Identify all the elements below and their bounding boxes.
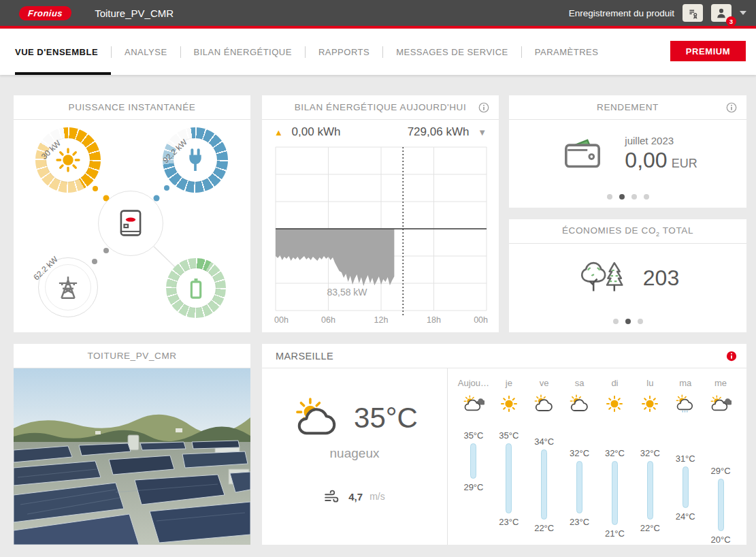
card-title-yield: RENDEMENT bbox=[509, 95, 746, 120]
tab-analyse[interactable]: ANALYSE bbox=[112, 29, 180, 75]
forecast-temp-bar bbox=[718, 479, 724, 531]
forecast-day-ma: ma31°C24°C bbox=[668, 368, 703, 545]
forecast-low: 29°C bbox=[456, 482, 491, 492]
pager-dot[interactable] bbox=[619, 194, 625, 200]
inverter-icon bbox=[113, 206, 148, 241]
forecast-temps: 32°C21°C bbox=[597, 424, 633, 545]
co2-value: 203 bbox=[643, 266, 679, 291]
pager-dot[interactable] bbox=[625, 319, 631, 324]
wind-icon bbox=[324, 490, 342, 503]
svg-text:18h: 18h bbox=[427, 315, 441, 325]
tab-bilan-nerg-tique[interactable]: BILAN ÉNERGÉTIQUE bbox=[181, 29, 305, 75]
forecast-low: 20°C bbox=[703, 535, 738, 545]
weather-location: MARSEILLE bbox=[276, 351, 333, 362]
forecast-day-aujou: Aujou…35°C29°C bbox=[456, 368, 491, 545]
tab-messages-de-service[interactable]: MESSAGES DE SERVICE bbox=[383, 29, 521, 75]
svg-text:00h: 00h bbox=[274, 315, 289, 325]
forecast-day-label: Aujou… bbox=[456, 378, 491, 388]
topbar: Fronius Toiture_PV_CMR Enregistrement du… bbox=[0, 0, 756, 26]
forecast-temp-bar bbox=[647, 461, 653, 520]
pager-dot[interactable] bbox=[644, 194, 649, 200]
forecast-high: 32°C bbox=[597, 448, 633, 458]
person-icon bbox=[714, 6, 728, 20]
current-condition: nuageux bbox=[330, 446, 380, 461]
fronius-logo[interactable]: Fronius bbox=[18, 6, 72, 20]
consumed-value: 729,06 kWh bbox=[408, 125, 470, 138]
produced-value: 0,00 kWh bbox=[292, 125, 341, 138]
forecast-low: 24°C bbox=[668, 511, 703, 522]
forecast-day-lu: lu32°C22°C bbox=[632, 368, 668, 545]
product-registration-icon[interactable] bbox=[683, 4, 703, 22]
forecast-low: 21°C bbox=[597, 528, 633, 539]
topbar-actions: Enregistrement du produit 3 bbox=[569, 4, 746, 22]
info-icon[interactable] bbox=[478, 101, 490, 114]
card-site-photo: TOITURE_PV_CMR bbox=[14, 344, 250, 545]
forecast-temp-bar bbox=[470, 443, 476, 479]
forecast-weather-icon bbox=[456, 394, 491, 413]
account-dropdown-caret[interactable] bbox=[740, 11, 746, 15]
tab-param-tres[interactable]: PARAMÈTRES bbox=[522, 29, 612, 75]
notification-badge[interactable]: 3 bbox=[726, 16, 736, 27]
forecast-temp-bar bbox=[683, 466, 689, 507]
weather-alert-icon[interactable] bbox=[725, 350, 738, 362]
production-triangle-icon: ▲ bbox=[274, 127, 283, 138]
forecast-day-label: je bbox=[491, 378, 527, 388]
forecast-low: 22°C bbox=[632, 523, 668, 533]
card-co2-savings: ÉCONOMIES DE CO2 TOTAL 203 bbox=[509, 219, 746, 332]
main-nav: VUE D'ENSEMBLEANALYSEBILAN ÉNERGÉTIQUERA… bbox=[0, 29, 756, 75]
tab-vue-d-ensemble[interactable]: VUE D'ENSEMBLE bbox=[15, 29, 111, 75]
pager-dot[interactable] bbox=[631, 194, 637, 200]
svg-text:83,58 kW: 83,58 kW bbox=[327, 287, 367, 298]
forecast-weather-icon bbox=[668, 394, 703, 413]
card-energy-balance: BILAN ÉNERGÉTIQUE AUJOURD'HUI ▲ 0,00 kWh… bbox=[262, 95, 499, 332]
grid-node: 62.2 kW bbox=[38, 257, 98, 317]
forecast-weather-icon bbox=[632, 394, 668, 413]
card-instant-power: PUISSANCE INSTANTANÉE 30 kW 92.2 kW bbox=[14, 95, 250, 332]
pager-dot[interactable] bbox=[607, 194, 612, 200]
yield-currency: EUR bbox=[672, 157, 697, 170]
premium-button[interactable]: PREMIUM bbox=[670, 41, 746, 61]
product-registration-link[interactable]: Enregistrement du produit bbox=[569, 8, 674, 18]
forecast-low: 23°C bbox=[562, 517, 597, 527]
card-title-energy-balance: BILAN ÉNERGÉTIQUE AUJOURD'HUI bbox=[262, 95, 499, 120]
current-weather-icon bbox=[291, 397, 344, 439]
yield-carousel-pager bbox=[509, 194, 746, 200]
co2-carousel-pager bbox=[509, 319, 746, 324]
forecast-weather-icon bbox=[703, 394, 738, 413]
produced-stat: ▲ 0,00 kWh bbox=[274, 125, 340, 139]
forecast-high: 32°C bbox=[632, 448, 668, 458]
yield-title: RENDEMENT bbox=[597, 102, 659, 112]
pager-dot[interactable] bbox=[613, 319, 619, 324]
forecast-high: 35°C bbox=[491, 430, 527, 441]
forecast-temps: 29°C20°C bbox=[703, 424, 738, 545]
card-title-instant-power: PUISSANCE INSTANTANÉE bbox=[14, 95, 250, 120]
info-icon[interactable] bbox=[725, 101, 738, 114]
forecast-high: 34°C bbox=[527, 436, 562, 447]
consumption-triangle-icon: ▼ bbox=[478, 127, 487, 138]
site-photo-illustration bbox=[14, 368, 250, 545]
yield-amount: 0,00 bbox=[625, 148, 667, 172]
account-icon[interactable]: 3 bbox=[711, 4, 732, 22]
forecast-weather-icon bbox=[562, 394, 597, 413]
forecast-high: 29°C bbox=[703, 466, 738, 476]
forecast-day-label: lu bbox=[632, 378, 668, 388]
co2-body: 203 bbox=[509, 244, 746, 312]
weather-current: 35°C nuageux 4,7 m/s bbox=[262, 368, 447, 545]
co2-title: ÉCONOMIES DE CO2 TOTAL bbox=[562, 225, 693, 238]
forecast-high: 31°C bbox=[668, 453, 703, 464]
forecast-day-me: me29°C20°C bbox=[703, 368, 738, 545]
svg-text:00h: 00h bbox=[474, 315, 488, 325]
forecast-temps: 35°C29°C bbox=[456, 424, 491, 545]
forecast-temp-bar bbox=[612, 461, 618, 526]
forecast-day-label: di bbox=[597, 378, 633, 388]
card-title-weather: MARSEILLE bbox=[262, 344, 746, 368]
fronius-solarweb-dashboard: Fronius Toiture_PV_CMR Enregistrement du… bbox=[0, 0, 756, 557]
energy-balance-title: BILAN ÉNERGÉTIQUE AUJOURD'HUI bbox=[295, 102, 467, 112]
forecast-temps: 34°C22°C bbox=[527, 424, 562, 545]
card-yield: RENDEMENT juillet 2023 0,00EUR bbox=[509, 95, 746, 208]
forecast-day-label: me bbox=[703, 378, 738, 388]
forecast-day-ve: ve34°C22°C bbox=[527, 368, 562, 545]
svg-text:06h: 06h bbox=[321, 315, 335, 325]
pager-dot[interactable] bbox=[638, 319, 643, 324]
tab-rapports[interactable]: RAPPORTS bbox=[306, 29, 382, 75]
